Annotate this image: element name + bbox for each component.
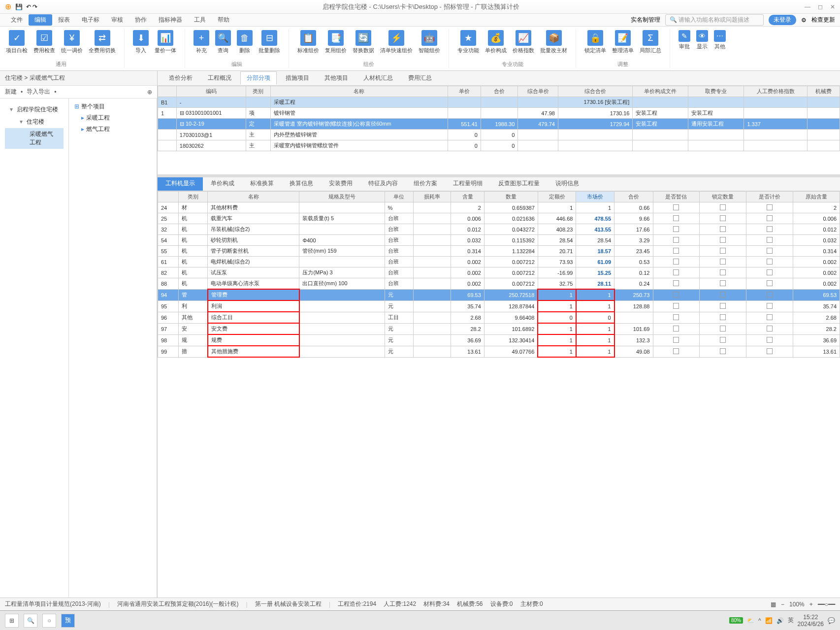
checkbox[interactable] bbox=[673, 259, 679, 265]
rb-import[interactable]: ⬇导入 bbox=[132, 29, 150, 55]
col-header[interactable]: 是否暂估 bbox=[653, 192, 700, 202]
checkbox[interactable] bbox=[673, 292, 679, 298]
main-grid[interactable]: 编码类别名称单价合价综合单价综合合价单价构成文件取费专业人工费价格指数机械费 B… bbox=[158, 86, 840, 151]
rb-self-check[interactable]: ✓项目白检 bbox=[5, 29, 29, 55]
rb-smart-price[interactable]: 🤖智能组价 bbox=[418, 29, 441, 55]
menu-review[interactable]: 审核 bbox=[105, 14, 129, 26]
table-row[interactable]: 18030262主采暖室内镀锌钢管螺纹管件00 bbox=[158, 140, 840, 151]
table-row[interactable]: 99措其他措施费元13.6149.077661149.0813.61 bbox=[158, 346, 840, 357]
col-header[interactable]: 类别 bbox=[179, 192, 208, 202]
col-header[interactable]: 综合单价 bbox=[518, 86, 558, 97]
checkbox[interactable] bbox=[720, 303, 726, 309]
table-row[interactable]: 98规规费元36.69132.3041411132.336.69 bbox=[158, 334, 840, 346]
col-header[interactable]: 是否计价 bbox=[746, 192, 793, 202]
checkbox[interactable] bbox=[767, 215, 773, 221]
col-header[interactable]: 损耗率 bbox=[413, 192, 451, 202]
checkbox[interactable] bbox=[767, 292, 773, 298]
table-row[interactable]: 54机砂轮切割机Φ400台班0.0320.11539228.5428.543.2… bbox=[158, 235, 840, 246]
checkbox[interactable] bbox=[767, 303, 773, 309]
checkbox[interactable] bbox=[673, 348, 679, 354]
checkbox[interactable] bbox=[767, 204, 773, 210]
tab-other[interactable]: 其他项目 bbox=[318, 71, 355, 85]
expand-icon[interactable]: ⊕ bbox=[147, 89, 152, 96]
rb-fee-check[interactable]: ☑费用检查 bbox=[32, 29, 56, 55]
col-header[interactable]: 取费专业 bbox=[688, 86, 744, 97]
table-row[interactable]: 32机吊装机械(综合2)台班0.0120.043272408.23413.551… bbox=[158, 224, 840, 235]
table-row[interactable]: 94管管理费元69.53250.7251811250.7369.53 bbox=[158, 289, 840, 300]
checkbox[interactable] bbox=[673, 337, 679, 343]
new-button[interactable]: 新建 bbox=[5, 88, 17, 96]
checkbox[interactable] bbox=[720, 314, 726, 320]
rb-supplement[interactable]: +补充 bbox=[193, 29, 210, 55]
rb-approval[interactable]: ✎审批 bbox=[678, 29, 691, 51]
col-header[interactable] bbox=[158, 192, 179, 202]
col-header[interactable]: 综合合价 bbox=[558, 86, 633, 97]
start-icon[interactable]: ⊞ bbox=[5, 614, 19, 628]
rb-batch-del[interactable]: ⊟批量删除 bbox=[258, 29, 281, 55]
table-row[interactable]: 88机电动单级离心清水泵出口直径(mm) 100台班0.0020.0072123… bbox=[158, 278, 840, 290]
zoom-out-icon[interactable]: − bbox=[781, 601, 784, 608]
tab-overview[interactable]: 工程概况 bbox=[201, 71, 238, 85]
checkbox[interactable] bbox=[720, 326, 726, 332]
col-header[interactable]: 单价构成文件 bbox=[633, 86, 688, 97]
rb-query[interactable]: 🔍查询 bbox=[214, 29, 232, 55]
menu-index[interactable]: 指标神器 bbox=[153, 14, 188, 26]
volume-icon[interactable]: 🔊 bbox=[776, 617, 784, 624]
check-update[interactable]: 检查更新 bbox=[811, 16, 835, 24]
table-row[interactable]: ⊟ 10-2-19定采暖管道 室内镀锌钢管(螺纹连接)公称直径60mm551.4… bbox=[158, 119, 840, 130]
battery-icon[interactable]: 80% bbox=[729, 617, 743, 624]
zoom-slider[interactable]: ━━○━━ bbox=[818, 601, 835, 608]
col-header[interactable]: 定额价 bbox=[538, 192, 576, 202]
table-row[interactable]: 95利利润元35.74128.8784411128.8835.74 bbox=[158, 300, 840, 312]
detail-tab[interactable]: 工程量明细 bbox=[445, 177, 490, 191]
detail-tab[interactable]: 组价方案 bbox=[406, 177, 445, 191]
detail-tab[interactable]: 单价构成 bbox=[203, 177, 242, 191]
rb-unify-price[interactable]: ¥统一调价 bbox=[60, 29, 84, 55]
rb-unit-comp[interactable]: 💰单价构成 bbox=[484, 29, 508, 55]
table-row[interactable]: 82机试压泵压力(MPa) 3台班0.0020.007212-16.9915.2… bbox=[158, 267, 840, 278]
quick-redo-icon[interactable]: ↷ bbox=[32, 3, 37, 10]
menu-edit[interactable]: 编辑 bbox=[29, 14, 52, 26]
checkbox[interactable] bbox=[673, 248, 679, 254]
detail-tab[interactable]: 换算信息 bbox=[282, 177, 321, 191]
rb-local-sum[interactable]: Σ局部汇总 bbox=[639, 29, 662, 55]
rb-std-price[interactable]: 📋标准组价 bbox=[296, 29, 320, 55]
ime-indicator[interactable]: 英 bbox=[788, 616, 794, 625]
clock-time[interactable]: 15:22 bbox=[798, 614, 824, 621]
tab-measure[interactable]: 措施项目 bbox=[279, 71, 316, 85]
zoom-in-icon[interactable]: + bbox=[809, 601, 813, 608]
import-export[interactable]: 导入导出 bbox=[27, 88, 50, 96]
checkbox[interactable] bbox=[720, 226, 726, 232]
table-row[interactable]: 24材其他材料费%20.659387110.662 bbox=[158, 202, 840, 213]
tab-material[interactable]: 人材机汇总 bbox=[357, 71, 399, 85]
minimize-icon[interactable]: — bbox=[805, 3, 810, 10]
quick-undo-icon[interactable]: ↶ bbox=[26, 3, 31, 10]
checkbox[interactable] bbox=[720, 237, 726, 243]
col-header[interactable]: 机械费 bbox=[808, 86, 840, 97]
weather-icon[interactable]: ⛅ bbox=[747, 617, 754, 624]
detail-tab[interactable]: 标准换算 bbox=[242, 177, 282, 191]
table-row[interactable]: 97安安文费元28.2101.689211101.6928.2 bbox=[158, 323, 840, 334]
col-header[interactable]: 合价 bbox=[481, 86, 517, 97]
checkbox[interactable] bbox=[720, 348, 726, 354]
maximize-icon[interactable]: ◻ bbox=[818, 3, 823, 10]
view-mode-icon[interactable]: ▦ bbox=[771, 601, 776, 608]
col-header[interactable]: 合价 bbox=[614, 192, 653, 202]
checkbox[interactable] bbox=[720, 215, 726, 221]
rb-tidy-list[interactable]: 📝整理清单 bbox=[611, 29, 635, 55]
checkbox[interactable] bbox=[673, 215, 679, 221]
rb-pro-func[interactable]: ★专业功能 bbox=[456, 29, 480, 55]
checkbox[interactable] bbox=[673, 204, 679, 210]
menu-report[interactable]: 报表 bbox=[52, 14, 76, 26]
rb-quick-price[interactable]: ⚡清单快速组价 bbox=[379, 29, 414, 55]
checkbox[interactable] bbox=[767, 248, 773, 254]
checkbox[interactable] bbox=[673, 326, 679, 332]
detail-tab[interactable]: 工料机显示 bbox=[158, 177, 203, 191]
checkbox[interactable] bbox=[673, 303, 679, 309]
detail-tab[interactable]: 安装费用 bbox=[321, 177, 360, 191]
settings-icon[interactable]: ⚙ bbox=[801, 17, 807, 24]
checkbox[interactable] bbox=[720, 292, 726, 298]
checkbox[interactable] bbox=[673, 226, 679, 232]
checkbox[interactable] bbox=[720, 280, 726, 286]
rb-delete[interactable]: 🗑删除 bbox=[236, 29, 254, 55]
